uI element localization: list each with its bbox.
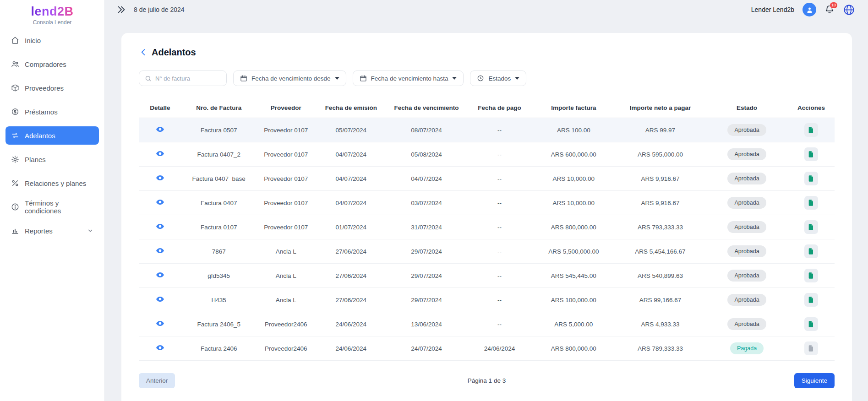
due-date-cell: 04/07/2024 xyxy=(387,175,467,182)
sidebar-expand-icon[interactable] xyxy=(116,5,126,15)
sidebar-item-relaciones-y-planes[interactable]: Relaciones y planes xyxy=(5,174,99,192)
eye-icon xyxy=(156,149,164,158)
net-amount-cell: ARS 9,916.67 xyxy=(615,200,706,206)
view-detail-button[interactable] xyxy=(156,198,164,206)
user-icon xyxy=(806,6,813,14)
invoice-number-cell: gfd5345 xyxy=(181,272,257,279)
status-badge: Aprobada xyxy=(727,221,766,233)
payment-date-cell: 24/06/2024 xyxy=(466,345,532,352)
invoice-amount-cell: ARS 800,000.00 xyxy=(533,345,615,352)
due-date-cell: 29/07/2024 xyxy=(387,297,467,303)
document-icon xyxy=(808,272,815,279)
net-amount-cell: ARS 99,166.67 xyxy=(615,297,706,303)
loans-icon xyxy=(11,108,19,116)
sidebar-item-reportes[interactable]: Reportes xyxy=(5,222,99,240)
provider-cell: Ancla L xyxy=(257,272,316,279)
download-invoice-button[interactable] xyxy=(804,220,818,234)
sidebar-item-compradores[interactable]: Compradores xyxy=(5,55,99,73)
download-invoice-button[interactable] xyxy=(804,317,818,331)
invoice-number-cell: Factura 2406 xyxy=(181,345,257,352)
sidebar-item-inicio[interactable]: Inicio xyxy=(5,31,99,49)
previous-page-button[interactable]: Anterior xyxy=(139,373,175,388)
download-invoice-button[interactable] xyxy=(804,123,818,137)
table-row: 7867 Ancla L 27/06/2024 29/07/2024 -- AR… xyxy=(139,239,835,264)
sidebar-item-terminos-y-condiciones[interactable]: Términos y condiciones xyxy=(5,198,99,216)
view-detail-button[interactable] xyxy=(156,125,164,134)
plans-icon xyxy=(11,155,19,163)
terms-icon xyxy=(11,203,19,211)
due-date-cell: 29/07/2024 xyxy=(387,272,467,279)
net-amount-cell: ARS 99.97 xyxy=(615,127,706,134)
eye-icon xyxy=(156,319,164,328)
page-info: Página 1 de 3 xyxy=(468,377,506,384)
brand: lend2B Consola Lender xyxy=(0,0,104,26)
download-invoice-button[interactable] xyxy=(804,341,818,355)
col-header-fecha-pago: Fecha de pago xyxy=(466,104,532,111)
col-header-importe-neto: Importe neto a pagar xyxy=(615,104,706,111)
provider-cell: Proveedor 0107 xyxy=(257,200,316,206)
net-amount-cell: ARS 793,333.33 xyxy=(615,224,706,231)
col-header-fecha-emision: Fecha de emisión xyxy=(316,104,387,111)
table-row: Factura 0107 Proveedor 0107 01/07/2024 3… xyxy=(139,215,835,239)
language-globe-icon[interactable] xyxy=(843,4,855,16)
view-detail-button[interactable] xyxy=(156,343,164,352)
due-date-cell: 31/07/2024 xyxy=(387,224,467,231)
eye-icon xyxy=(156,246,164,255)
download-invoice-button[interactable] xyxy=(804,172,818,185)
date-to-filter[interactable]: Fecha de vencimiento hasta xyxy=(353,70,464,86)
document-icon xyxy=(808,248,815,255)
invoice-amount-cell: ARS 100,000.00 xyxy=(533,297,615,303)
view-detail-button[interactable] xyxy=(156,222,164,231)
invoice-amount-cell: ARS 5,000.00 xyxy=(533,321,615,328)
sidebar-item-prestamos[interactable]: Préstamos xyxy=(5,103,99,121)
download-invoice-button[interactable] xyxy=(804,293,818,307)
caret-down-icon xyxy=(515,77,519,80)
issue-date-cell: 04/07/2024 xyxy=(316,175,387,182)
download-invoice-button[interactable] xyxy=(804,269,818,282)
states-filter[interactable]: Estados xyxy=(470,70,526,86)
invoice-number-cell: Factura 0407 xyxy=(181,200,257,206)
invoice-number-cell: 7867 xyxy=(181,248,257,255)
view-detail-button[interactable] xyxy=(156,319,164,328)
col-header-estado: Estado xyxy=(706,104,788,111)
due-date-cell: 08/07/2024 xyxy=(387,127,467,134)
sidebar-item-adelantos[interactable]: Adelantos xyxy=(5,126,99,145)
provider-cell: Ancla L xyxy=(257,297,316,303)
net-amount-cell: ARS 595,000.00 xyxy=(615,151,706,158)
view-detail-button[interactable] xyxy=(156,149,164,158)
payment-date-cell: -- xyxy=(466,321,532,328)
date-from-filter[interactable]: Fecha de vencimiento desde xyxy=(233,70,346,86)
sidebar-item-proveedores[interactable]: Proveedores xyxy=(5,79,99,97)
sidebar-item-planes[interactable]: Planes xyxy=(5,150,99,168)
invoice-number-cell: Factura 2406_5 xyxy=(181,321,257,328)
back-chevron-icon[interactable] xyxy=(139,48,148,57)
view-detail-button[interactable] xyxy=(156,173,164,182)
search-input[interactable] xyxy=(155,75,221,82)
sidebar-item-label: Reportes xyxy=(25,227,53,235)
view-detail-button[interactable] xyxy=(156,295,164,303)
invoice-amount-cell: ARS 600,000.00 xyxy=(533,151,615,158)
sidebar-item-label: Adelantos xyxy=(25,132,55,140)
document-icon xyxy=(808,223,815,231)
caret-down-icon xyxy=(335,77,339,80)
notifications-button[interactable]: 10 xyxy=(824,5,835,15)
invoice-amount-cell: ARS 800,000.00 xyxy=(533,224,615,231)
view-detail-button[interactable] xyxy=(156,246,164,255)
download-invoice-button[interactable] xyxy=(804,244,818,258)
user-avatar[interactable] xyxy=(802,3,816,16)
document-icon xyxy=(808,345,815,352)
invoice-amount-cell: ARS 545,445.00 xyxy=(533,272,615,279)
eye-icon xyxy=(156,198,164,206)
col-header-proveedor: Proveedor xyxy=(257,104,316,111)
advances-table: Detalle Nro. de Factura Proveedor Fecha … xyxy=(139,98,835,361)
provider-cell: Proveedor 0107 xyxy=(257,127,316,134)
download-invoice-button[interactable] xyxy=(804,147,818,161)
col-header-importe-factura: Importe factura xyxy=(533,104,615,111)
table-row: Factura 2406_5 Proveedor2406 24/06/2024 … xyxy=(139,312,835,336)
issue-date-cell: 27/06/2024 xyxy=(316,297,387,303)
net-amount-cell: ARS 9,916.67 xyxy=(615,175,706,182)
topbar-right: Lender Lend2b 10 xyxy=(751,3,855,16)
view-detail-button[interactable] xyxy=(156,271,164,279)
next-page-button[interactable]: Siguiente xyxy=(794,373,835,388)
download-invoice-button[interactable] xyxy=(804,196,818,210)
